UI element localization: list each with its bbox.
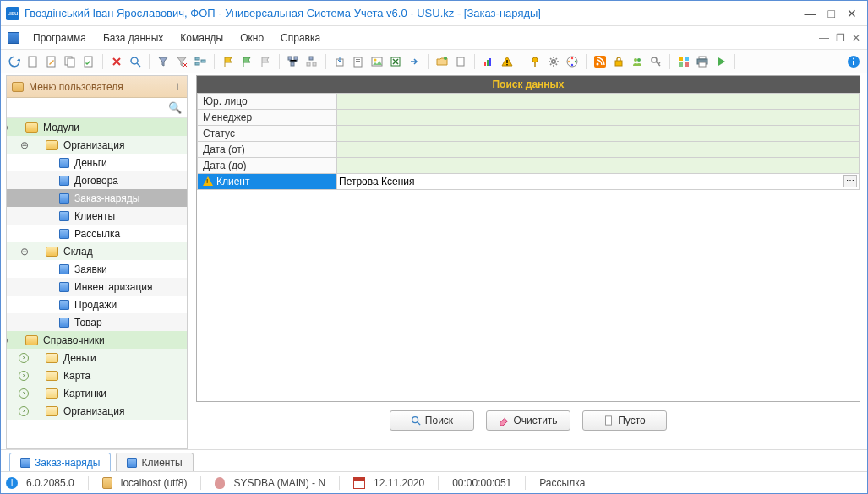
tree-leaf-clients[interactable]: Клиенты xyxy=(7,207,187,225)
tb-import-icon[interactable] xyxy=(331,53,348,70)
tree-leaf-sales[interactable]: Продажи xyxy=(7,296,187,313)
svg-point-30 xyxy=(532,57,538,62)
tb-pin-icon[interactable] xyxy=(527,53,543,70)
info-icon[interactable]: i xyxy=(6,477,18,489)
tree-node-modules[interactable]: ⊖Модули xyxy=(7,118,187,136)
tb-filter-clear-icon[interactable] xyxy=(173,53,190,70)
close-button[interactable]: ✕ xyxy=(847,7,857,20)
app-menu-icon[interactable] xyxy=(8,32,19,44)
menu-window[interactable]: Окно xyxy=(233,29,270,47)
menu-commands[interactable]: Команды xyxy=(173,29,230,47)
tb-lock-icon[interactable] xyxy=(610,53,627,70)
menu-program[interactable]: Программа xyxy=(26,29,93,47)
tb-edit-icon[interactable] xyxy=(43,53,60,70)
tb-gear-icon[interactable] xyxy=(545,53,562,70)
svg-rect-8 xyxy=(201,60,205,62)
tree-leaf-money[interactable]: Деньги xyxy=(7,154,187,171)
module-icon xyxy=(59,264,69,274)
mdi-restore-button[interactable]: ❐ xyxy=(836,32,845,44)
mdi-minimize-button[interactable]: — xyxy=(819,32,829,44)
tb-warning-icon[interactable] xyxy=(499,53,516,70)
tb-flag-clear-icon[interactable] xyxy=(257,53,274,70)
client-input[interactable] xyxy=(339,176,840,187)
clear-button[interactable]: Очистить xyxy=(486,410,570,431)
tree-leaf-inventory[interactable]: Инвентаризация xyxy=(7,278,187,296)
bottom-tabs: Заказ-наряды Клиенты xyxy=(1,449,867,471)
status-date: 12.11.2020 xyxy=(374,477,424,489)
search-button[interactable]: Поиск xyxy=(390,410,474,431)
tree-ref-money[interactable]: ›Деньги xyxy=(7,349,187,366)
maximize-button[interactable]: □ xyxy=(828,7,835,20)
tb-open-folder-icon[interactable] xyxy=(434,53,450,70)
tb-group-icon[interactable] xyxy=(192,53,209,70)
tb-export-arrow-icon[interactable] xyxy=(406,53,423,70)
tb-grid-icon[interactable] xyxy=(675,53,692,70)
tb-filter-icon[interactable] xyxy=(155,53,172,70)
tb-export-img-icon[interactable] xyxy=(368,53,385,70)
tree-ref-map[interactable]: ›Карта xyxy=(7,366,187,384)
tb-tree-collapse-icon[interactable] xyxy=(303,53,320,70)
tab-clients[interactable]: Клиенты xyxy=(116,453,193,471)
value-date-from[interactable] xyxy=(337,142,860,158)
svg-rect-18 xyxy=(356,61,360,62)
tree-leaf-mailing[interactable]: Рассылка xyxy=(7,225,187,242)
tree-leaf-goods[interactable]: Товар xyxy=(7,313,187,331)
nav-tree: ⊖Модули ⊖Организация Деньги Договора Зак… xyxy=(7,118,187,448)
row-client[interactable]: Клиент ⋯ xyxy=(198,174,860,190)
tb-new-icon[interactable] xyxy=(25,53,41,70)
row-status[interactable]: Статус xyxy=(198,126,860,142)
pin-icon[interactable]: ⊥ xyxy=(173,81,182,93)
row-entity[interactable]: Юр. лицо xyxy=(198,94,860,110)
tb-search-icon[interactable] xyxy=(127,53,144,70)
tb-key-icon[interactable] xyxy=(647,53,664,70)
tb-chart-icon[interactable] xyxy=(480,53,497,70)
tb-export-xls-icon[interactable] xyxy=(387,53,404,70)
tree-ref-pictures[interactable]: ›Картинки xyxy=(7,384,187,402)
tb-separator xyxy=(279,54,280,69)
tb-play-icon[interactable] xyxy=(712,53,729,70)
tb-copy-icon[interactable] xyxy=(62,53,79,70)
lookup-button[interactable]: ⋯ xyxy=(843,175,857,187)
search-icon[interactable]: 🔍 xyxy=(168,101,182,114)
tb-save-icon[interactable] xyxy=(80,53,97,70)
row-date-to[interactable]: Дата (до) xyxy=(198,158,860,174)
tb-users-icon[interactable] xyxy=(629,53,646,70)
value-client-cell[interactable]: ⋯ xyxy=(337,174,860,190)
row-manager[interactable]: Менеджер xyxy=(198,110,860,126)
tb-rss-icon[interactable] xyxy=(592,53,609,70)
tree-node-warehouse[interactable]: ⊖Склад xyxy=(7,242,187,260)
tree-node-organization[interactable]: ⊖Организация xyxy=(7,136,187,154)
menubar: Программа База данных Команды Окно Справ… xyxy=(1,26,867,50)
svg-rect-46 xyxy=(679,62,683,67)
empty-button[interactable]: Пусто xyxy=(582,410,667,431)
tb-flag-icon[interactable] xyxy=(220,53,237,70)
tb-delete-icon[interactable] xyxy=(108,53,125,70)
value-date-to[interactable] xyxy=(337,158,860,174)
menu-help[interactable]: Справка xyxy=(274,29,327,47)
tree-node-refs[interactable]: ⊖Справочники xyxy=(7,331,187,349)
value-manager[interactable] xyxy=(337,110,860,126)
tree-leaf-contracts[interactable]: Договора xyxy=(7,171,187,189)
tb-tree-icon[interactable] xyxy=(285,53,302,70)
row-date-from[interactable]: Дата (от) xyxy=(198,142,860,158)
menu-database[interactable]: База данных xyxy=(96,29,170,47)
tb-clipboard-icon[interactable] xyxy=(452,53,469,70)
svg-rect-6 xyxy=(195,57,199,60)
tb-info-icon[interactable] xyxy=(845,53,862,70)
tb-refresh-icon[interactable] xyxy=(6,53,23,70)
value-entity[interactable] xyxy=(337,94,860,110)
tree-leaf-requests[interactable]: Заявки xyxy=(7,260,187,278)
tab-orders[interactable]: Заказ-наряды xyxy=(9,453,111,471)
status-mailing: Рассылка xyxy=(539,477,585,489)
tree-ref-org[interactable]: ›Организация xyxy=(7,402,187,420)
statusbar: i 6.0.2085.0 localhost (utf8) SYSDBA (MA… xyxy=(1,471,867,493)
tree-leaf-orders[interactable]: Заказ-наряды xyxy=(7,189,187,207)
minimize-button[interactable]: — xyxy=(805,7,816,20)
svg-point-41 xyxy=(634,58,637,62)
tb-palette-icon[interactable] xyxy=(564,53,581,70)
tb-print-icon[interactable] xyxy=(694,53,711,70)
tb-export-doc-icon[interactable] xyxy=(350,53,367,70)
tb-flag-green-icon[interactable] xyxy=(238,53,255,70)
mdi-close-button[interactable]: ✕ xyxy=(852,32,860,44)
value-status[interactable] xyxy=(337,126,860,142)
